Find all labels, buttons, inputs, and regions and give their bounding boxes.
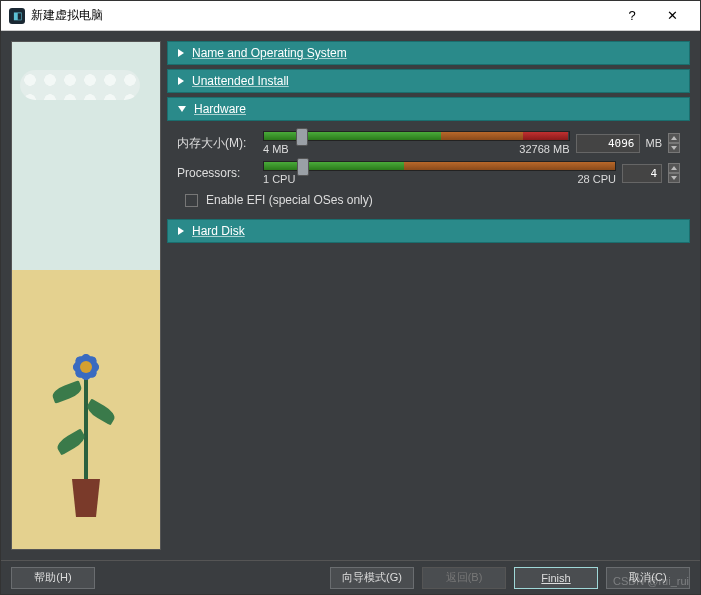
efi-label: Enable EFI (special OSes only): [206, 193, 373, 207]
window-title: 新建虚拟电脑: [31, 7, 612, 24]
footer: 帮助(H) 向导模式(G) 返回(B) Finish 取消(C): [1, 560, 700, 594]
processors-slider[interactable]: 1 CPU 28 CPU: [263, 161, 616, 185]
memory-label: 内存大小(M):: [177, 135, 257, 152]
chevron-right-icon: [178, 227, 184, 235]
back-button: 返回(B): [422, 567, 506, 589]
section-label: Name and Operating System: [192, 46, 347, 60]
processors-min: 1 CPU: [263, 173, 295, 185]
guided-mode-button[interactable]: 向导模式(G): [330, 567, 414, 589]
hardware-body: 内存大小(M): 4 MB 32768 MB: [167, 125, 690, 215]
efi-row[interactable]: Enable EFI (special OSes only): [177, 193, 680, 207]
cancel-button[interactable]: 取消(C): [606, 567, 690, 589]
close-button[interactable]: ✕: [652, 2, 692, 30]
processors-value-input[interactable]: [622, 164, 662, 183]
section-name-os[interactable]: Name and Operating System: [167, 41, 690, 65]
section-hard-disk[interactable]: Hard Disk: [167, 219, 690, 243]
section-unattended[interactable]: Unattended Install: [167, 69, 690, 93]
help-button[interactable]: 帮助(H): [11, 567, 95, 589]
section-label: Hardware: [194, 102, 246, 116]
chevron-down-icon: [178, 106, 186, 112]
app-icon: ◧: [9, 8, 25, 24]
chevron-right-icon: [178, 49, 184, 57]
memory-spinner[interactable]: [668, 133, 680, 153]
memory-max: 32768 MB: [519, 143, 569, 155]
section-label: Hard Disk: [192, 224, 245, 238]
wizard-window: ◧ 新建虚拟电脑 ? ✕: [0, 0, 701, 595]
memory-unit: MB: [646, 137, 663, 149]
processors-row: Processors: 1 CPU 28 CPU: [177, 161, 680, 185]
processors-spinner[interactable]: [668, 163, 680, 183]
titlebar: ◧ 新建虚拟电脑 ? ✕: [1, 1, 700, 31]
processors-label: Processors:: [177, 166, 257, 180]
body-area: Name and Operating System Unattended Ins…: [1, 31, 700, 560]
help-button[interactable]: ?: [612, 2, 652, 30]
section-hardware[interactable]: Hardware: [167, 97, 690, 121]
memory-value-input[interactable]: [576, 134, 640, 153]
main-panel: Name and Operating System Unattended Ins…: [167, 41, 690, 550]
efi-checkbox[interactable]: [185, 194, 198, 207]
memory-min: 4 MB: [263, 143, 289, 155]
processors-thumb[interactable]: [297, 158, 309, 176]
memory-row: 内存大小(M): 4 MB 32768 MB: [177, 131, 680, 155]
finish-button[interactable]: Finish: [514, 567, 598, 589]
memory-thumb[interactable]: [296, 128, 308, 146]
section-label: Unattended Install: [192, 74, 289, 88]
processors-max: 28 CPU: [577, 173, 616, 185]
chevron-right-icon: [178, 77, 184, 85]
sidebar-illustration: [11, 41, 161, 550]
memory-slider[interactable]: 4 MB 32768 MB: [263, 131, 570, 155]
